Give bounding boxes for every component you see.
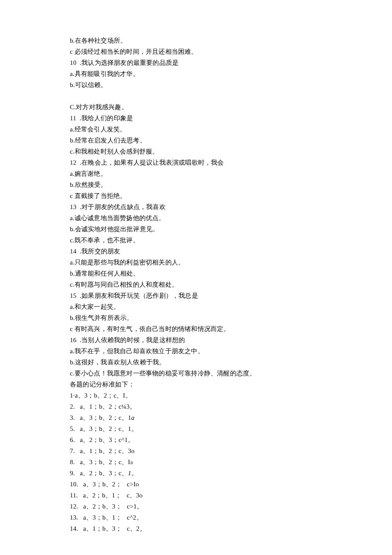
- text-line: 11 .我给人们的印象是: [70, 113, 392, 124]
- text-line: c.有时愿与同自己相投的人和度相处。: [70, 279, 392, 290]
- text-line: 各题的记分标准如下：: [70, 379, 392, 390]
- text-line: a.和大家一起笑。: [70, 301, 392, 312]
- text-line: [70, 90, 392, 102]
- text-line: b.经常在启发人们去思考。: [70, 135, 392, 146]
- text-line: a.我不在乎，但我自己却喜欢独立于朋友之中。: [70, 346, 392, 357]
- text-line: 7. a、1；b、2；c、3o: [70, 445, 392, 456]
- text-line: c.要小心点！我愿意对一些事物的稳妥可靠持冷静、清醒的态度。: [70, 368, 392, 379]
- text-line: 1·a、3；b、2；c、I。: [70, 390, 392, 401]
- text-line: b.会诚实地对他提出批评意见。: [70, 224, 392, 235]
- text-line: C.对方对我感兴趣。: [70, 102, 392, 113]
- text-line: a.具有能吸引我的才华。: [70, 68, 392, 79]
- text-line: a.婉言谢绝。: [70, 168, 392, 179]
- text-line: 10 .我认为选择朋友的最重要的品质是: [70, 57, 392, 68]
- text-line: 8. a、3；b、2；c、I₀: [70, 456, 392, 468]
- text-line: 11. a、2；b、1； c、3o: [70, 490, 392, 501]
- text-line: 14. a、1；b、3； c、2。: [70, 523, 392, 534]
- text-line: 9. a、2；b、3；c、1。: [70, 468, 392, 479]
- text-line: 13 .对于朋友的优点缺点，我喜欢: [70, 201, 392, 212]
- text-line: 6. a、2；b、3；c^1。: [70, 434, 392, 445]
- text-line: b.在各种社交场所。: [70, 35, 392, 46]
- text-line: 5. a、3；b、2；c、1。: [70, 423, 392, 434]
- text-line: 12 .在晚会上，如果有人提议让我表演或唱歌时，我会: [70, 157, 392, 168]
- text-line: c 直截接了当拒绝。: [70, 190, 392, 201]
- text-line: b.很生气并有所表示。: [70, 312, 392, 323]
- text-line: 10. a、3；b、2； c>Io: [70, 479, 392, 490]
- text-line: c 必须经过相当长的时间，并且还相当困难。: [70, 46, 392, 57]
- text-line: b.欣然接受。: [70, 179, 392, 190]
- text-line: a.经常会引人发笑。: [70, 124, 392, 135]
- text-line: c 有时高兴，有时生气，依自己当时的情绪和情况而定。: [70, 323, 392, 334]
- text-line: 13. a、3；b、1； c^2。: [70, 512, 392, 523]
- text-line: 14 .我所交的朋友: [70, 246, 392, 257]
- text-line: 15 .如果朋友和我开玩笑（恶作剧），我总是: [70, 290, 392, 301]
- text-line: a.只能是那些与我的利益密切相关的人。: [70, 257, 392, 268]
- text-line: b.这很好，我喜欢别人依赖于我。: [70, 357, 392, 368]
- text-line: b.可以信赖。: [70, 79, 392, 90]
- text-line: c.和我相处时别人会感到舒服。: [70, 146, 392, 157]
- text-line: a.诚心诚意地当面赞扬他的优点。: [70, 212, 392, 224]
- text-line: b.通常能和任何人相处。: [70, 268, 392, 279]
- text-line: 2. a、1；b、2；c¼3。: [70, 401, 392, 412]
- text-line: 16 .当别人依赖我的时候，我是这样想的: [70, 334, 392, 346]
- text-line: 12. a、2；b、3； c>1。: [70, 501, 392, 512]
- text-line: c.既不奉承，也不批评。: [70, 235, 392, 246]
- text-line: 3. a、3；b、2；c、1a: [70, 412, 392, 423]
